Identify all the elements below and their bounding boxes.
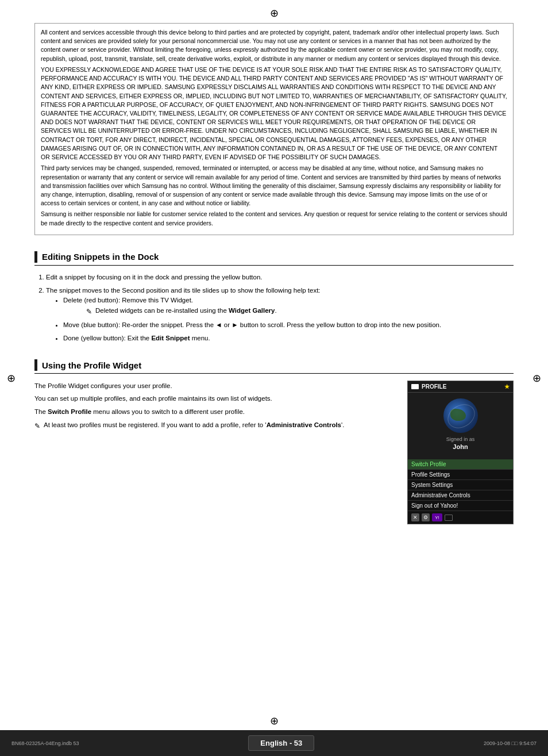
- profile-widget-column: PROFILE ★ Signed in as John Switch Profi…: [407, 381, 514, 524]
- profile-widget-body: Signed in as John: [408, 393, 513, 459]
- profile-widget-star: ★: [504, 383, 510, 390]
- profile-widget-header: PROFILE ★: [408, 381, 513, 393]
- bullet3: Done (yellow button): Exit the Edit Snip…: [63, 333, 514, 343]
- bottom-bar: BN68-02325A-04Eng.indb 53 English - 53 2…: [0, 730, 548, 756]
- menu-item-admin-controls[interactable]: Administrative Controls: [408, 490, 513, 501]
- step1: Edit a snippet by focusing on it in the …: [46, 273, 514, 282]
- tv-icon: [411, 384, 419, 389]
- page-number-badge: English - 53: [248, 735, 314, 751]
- profile-section-content: The Profile Widget configures your user …: [34, 381, 514, 524]
- section1-bar: [34, 251, 37, 263]
- profile-text-column: The Profile Widget configures your user …: [34, 381, 396, 524]
- section1-steps: Edit a snippet by focusing on it in the …: [46, 273, 514, 343]
- profile-menu: Switch Profile Profile Settings System S…: [408, 459, 513, 511]
- bullet2: Move (blue button): Re-order the snippet…: [63, 320, 514, 330]
- reg-mark-left: ⊕: [7, 372, 16, 385]
- reg-mark-right: ⊕: [532, 372, 541, 385]
- profile-para3: The Switch Profile menu allows you to sw…: [34, 406, 396, 417]
- section-editing-snippets: Editing Snippets in the Dock Edit a snip…: [34, 251, 514, 343]
- bottom-right-text: 2009-10-08 □□ 9:54:07: [484, 740, 537, 746]
- note-icon: ✎: [86, 306, 92, 317]
- reg-mark-bottom: ⊕: [270, 715, 279, 727]
- section1-title: Editing Snippets in the Dock: [42, 252, 159, 262]
- profile-widget-title: PROFILE: [422, 383, 446, 390]
- menu-item-switch-profile[interactable]: Switch Profile: [408, 459, 513, 470]
- menu-item-sign-out[interactable]: Sign out of Yahoo!: [408, 501, 513, 511]
- bottom-left-text: BN68-02325A-04Eng.indb 53: [11, 740, 79, 746]
- signed-in-label: Signed in as: [446, 436, 475, 442]
- section2-bar: [34, 359, 37, 371]
- gear-icon[interactable]: ⚙: [422, 513, 430, 521]
- section1-bullets: Delete (red button): Remove this TV Widg…: [63, 296, 514, 343]
- profile-note-icon: ✎: [34, 421, 40, 431]
- section1-header: Editing Snippets in the Dock: [34, 251, 514, 266]
- yahoo-icon[interactable]: Y!: [432, 513, 442, 521]
- globe-land: [450, 409, 466, 421]
- profile-note: ✎ At least two profiles must be register…: [34, 420, 396, 431]
- profile-para1: The Profile Widget configures your user …: [34, 381, 396, 391]
- close-icon[interactable]: ✕: [411, 513, 419, 521]
- tv-footer-icon: [445, 515, 453, 521]
- legal-box: All content and services accessible thro…: [34, 23, 514, 235]
- legal-para2: YOU EXPRESSLY ACKNOWLEDGE AND AGREE THAT…: [41, 66, 507, 162]
- legal-para1: All content and services accessible thro…: [41, 28, 507, 63]
- note1: ✎ Deleted widgets can be re-installed us…: [86, 306, 514, 317]
- menu-item-system-settings[interactable]: System Settings: [408, 480, 513, 490]
- section-profile-widget: Using the Profile Widget The Profile Wid…: [34, 359, 514, 524]
- legal-para3: Third party services may be changed, sus…: [41, 164, 507, 208]
- step2: The snippet moves to the Second position…: [46, 286, 514, 343]
- section2-header: Using the Profile Widget: [34, 359, 514, 374]
- menu-item-profile-settings[interactable]: Profile Settings: [408, 470, 513, 480]
- profile-user-name: John: [453, 443, 468, 450]
- profile-globe: [443, 398, 478, 433]
- reg-mark-top: ⊕: [270, 7, 279, 20]
- legal-para4: Samsung is neither responsible nor liabl…: [41, 210, 507, 227]
- profile-widget: PROFILE ★ Signed in as John Switch Profi…: [407, 381, 514, 524]
- section2-title: Using the Profile Widget: [42, 360, 141, 370]
- profile-para2: You can set up multiple profiles, and ea…: [34, 393, 396, 404]
- profile-widget-footer: ✕ ⚙ Y!: [408, 511, 513, 524]
- bullet1: Delete (red button): Remove this TV Widg…: [63, 296, 514, 316]
- page-wrapper: ⊕ ⊕ ⊕ All content and services accessibl…: [0, 0, 548, 756]
